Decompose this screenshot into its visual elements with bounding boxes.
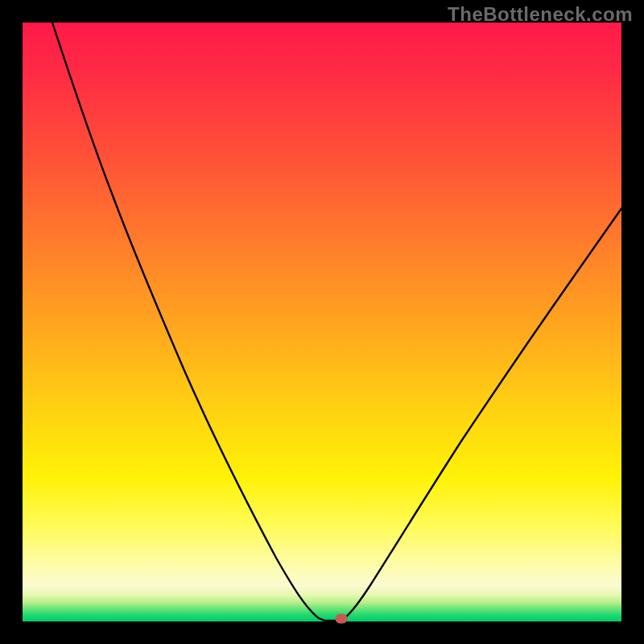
plot-area [23, 23, 621, 621]
bottleneck-curve [23, 23, 621, 621]
bottleneck-marker [336, 614, 347, 623]
chart-frame: TheBottleneck.com [0, 0, 644, 644]
watermark-text: TheBottleneck.com [448, 3, 633, 26]
curve-path [52, 23, 621, 621]
